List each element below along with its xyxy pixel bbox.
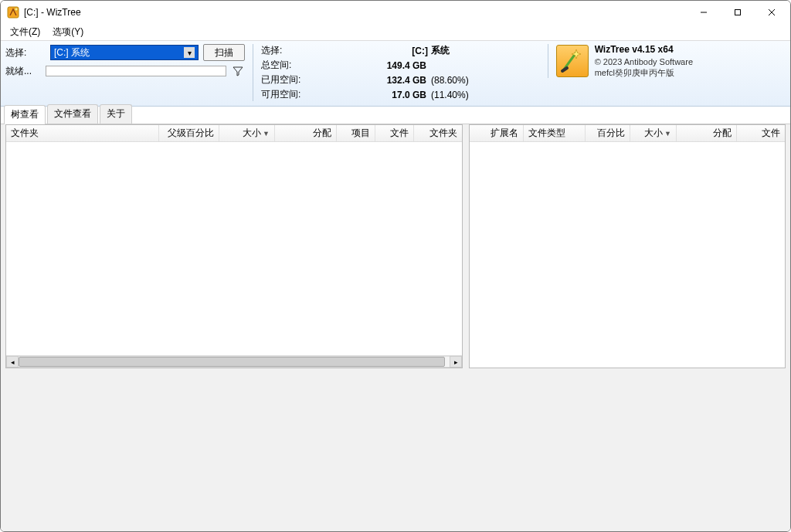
col-files[interactable]: 文件 — [375, 125, 414, 141]
col-ext[interactable]: 扩展名 — [470, 125, 524, 141]
menu-file[interactable]: 文件(Z) — [4, 23, 46, 41]
info-drive-short: [C:] — [377, 46, 431, 56]
svg-point-1 — [15, 8, 18, 11]
tab-file-view[interactable]: 文件查看 — [47, 104, 98, 124]
ready-label: 就绪... — [5, 65, 41, 78]
info-select-label: 选择: — [261, 44, 307, 57]
tree-panel: 文件夹 父级百分比 大小▼ 分配 项目 文件 文件夹 ◂ ▸ — [5, 124, 463, 368]
brand-copyright: © 2023 Antibody Software — [595, 56, 693, 67]
sort-desc-icon: ▼ — [664, 130, 671, 137]
progress-bar — [46, 66, 226, 76]
col-size[interactable]: 大小▼ — [219, 125, 275, 141]
extension-panel: 扩展名 文件类型 百分比 大小▼ 分配 文件 — [469, 124, 786, 368]
brand-text: WizTree v4.15 x64 © 2023 Antibody Softwa… — [595, 44, 693, 78]
sort-desc-icon: ▼ — [263, 130, 270, 137]
toolbar-info: 选择: [C:] 系统 总空间: 149.4 GB 已用空间: 132.4 GB… — [253, 44, 485, 101]
minimize-button[interactable] — [687, 1, 721, 24]
col-folders[interactable]: 文件夹 — [414, 125, 462, 141]
chevron-down-icon: ▾ — [184, 47, 195, 58]
col-parent-pct[interactable]: 父级百分比 — [159, 125, 219, 141]
col-alloc2[interactable]: 分配 — [677, 125, 737, 141]
drive-select[interactable]: [C:] 系统 ▾ — [50, 45, 199, 60]
tree-hscroll[interactable]: ◂ ▸ — [6, 355, 462, 368]
col-size2[interactable]: 大小▼ — [630, 125, 677, 141]
info-used-pct: (88.60%) — [431, 75, 485, 86]
menubar: 文件(Z) 选项(Y) — [1, 24, 790, 41]
info-used-value: 132.4 GB — [377, 75, 431, 86]
app-icon — [7, 6, 19, 19]
content-area: 文件夹 父级百分比 大小▼ 分配 项目 文件 文件夹 ◂ ▸ — [1, 124, 790, 531]
col-folder[interactable]: 文件夹 — [6, 125, 159, 141]
toolbar: 选择: [C:] 系统 ▾ 扫描 就绪... 选择: [C:] 系统 总空间: … — [1, 41, 790, 107]
ext-header-row: 扩展名 文件类型 百分比 大小▼ 分配 文件 — [470, 125, 785, 142]
info-drive-name: 系统 — [431, 44, 485, 57]
col-alloc[interactable]: 分配 — [275, 125, 337, 141]
titlebar: [C:] - WizTree — [1, 1, 790, 24]
filter-icon[interactable] — [231, 64, 245, 78]
tree-header-row: 文件夹 父级百分比 大小▼ 分配 项目 文件 文件夹 — [6, 125, 462, 142]
scroll-track[interactable] — [19, 356, 450, 368]
svg-rect-2 — [735, 10, 741, 15]
info-total-label: 总空间: — [261, 59, 307, 72]
tree-body[interactable] — [6, 142, 462, 355]
col-files2[interactable]: 文件 — [737, 125, 785, 141]
brand-icon — [556, 45, 589, 77]
brand-name: WizTree v4.15 x64 — [595, 44, 693, 56]
maximize-button[interactable] — [721, 1, 755, 24]
tab-about[interactable]: 关于 — [100, 104, 132, 124]
select-label: 选择: — [5, 46, 46, 59]
info-free-value: 17.0 GB — [377, 90, 431, 100]
menu-options[interactable]: 选项(Y) — [46, 23, 90, 41]
scroll-thumb[interactable] — [19, 357, 445, 367]
info-free-pct: (11.40%) — [431, 90, 485, 100]
toolbar-left: 选择: [C:] 系统 ▾ 扫描 就绪... — [5, 44, 245, 78]
brand-edition: mefcl癸卯庚申丙午版 — [595, 67, 693, 78]
toolbar-brand: WizTree v4.15 x64 © 2023 Antibody Softwa… — [548, 44, 786, 78]
ext-body[interactable] — [470, 142, 785, 368]
col-items[interactable]: 项目 — [337, 125, 375, 141]
tabs-bar: 树查看 文件查看 关于 — [1, 107, 790, 124]
info-free-label: 可用空间: — [261, 88, 307, 101]
col-type[interactable]: 文件类型 — [524, 125, 586, 141]
drive-text: [C:] 系统 — [54, 46, 90, 59]
info-used-label: 已用空间: — [261, 73, 307, 86]
scroll-right-icon[interactable]: ▸ — [450, 356, 462, 368]
tab-tree-view[interactable]: 树查看 — [4, 105, 46, 124]
close-button[interactable] — [755, 1, 789, 24]
scan-button[interactable]: 扫描 — [203, 44, 245, 61]
lower-spacer — [1, 368, 790, 531]
window-title: [C:] - WizTree — [24, 7, 81, 18]
info-total-value: 149.4 GB — [377, 60, 431, 71]
scroll-left-icon[interactable]: ◂ — [6, 356, 19, 368]
col-pct[interactable]: 百分比 — [586, 125, 630, 141]
